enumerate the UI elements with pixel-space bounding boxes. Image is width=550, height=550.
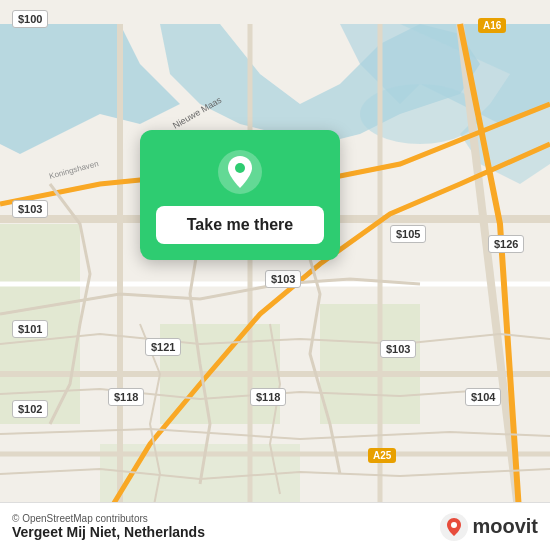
price-badge-118a[interactable]: $118: [108, 388, 144, 406]
take-me-there-button[interactable]: Take me there: [156, 206, 324, 244]
bottom-bar: © OpenStreetMap contributors Vergeet Mij…: [0, 502, 550, 550]
price-badge-104[interactable]: $104: [465, 388, 501, 406]
svg-point-16: [235, 163, 245, 173]
a16-badge[interactable]: A16: [478, 18, 506, 33]
bottom-left: © OpenStreetMap contributors Vergeet Mij…: [12, 513, 205, 540]
price-badge-101[interactable]: $101: [12, 320, 48, 338]
moovit-logo[interactable]: moovit: [440, 513, 538, 541]
price-badge-103c[interactable]: $103: [380, 340, 416, 358]
price-badge-100[interactable]: $100: [12, 10, 48, 28]
svg-text:Koningshaven: Koningshaven: [48, 159, 99, 181]
price-badge-121[interactable]: $121: [145, 338, 181, 356]
price-badge-118b[interactable]: $118: [250, 388, 286, 406]
moovit-text: moovit: [472, 515, 538, 538]
a25-badge[interactable]: A25: [368, 448, 396, 463]
price-badge-102[interactable]: $102: [12, 400, 48, 418]
location-name: Vergeet Mij Niet, Netherlands: [12, 524, 205, 540]
popup-card: Take me there: [140, 130, 340, 260]
price-badge-103b[interactable]: $103: [265, 270, 301, 288]
map-container: Nieuwe Maas Koningshaven $100 $103 $101 …: [0, 0, 550, 550]
moovit-icon: [440, 513, 468, 541]
svg-rect-3: [320, 304, 420, 424]
location-pin-icon: [218, 150, 262, 194]
price-badge-105[interactable]: $105: [390, 225, 426, 243]
svg-point-18: [451, 522, 457, 528]
osm-credit: © OpenStreetMap contributors: [12, 513, 205, 524]
price-badge-103a[interactable]: $103: [12, 200, 48, 218]
price-badge-126[interactable]: $126: [488, 235, 524, 253]
